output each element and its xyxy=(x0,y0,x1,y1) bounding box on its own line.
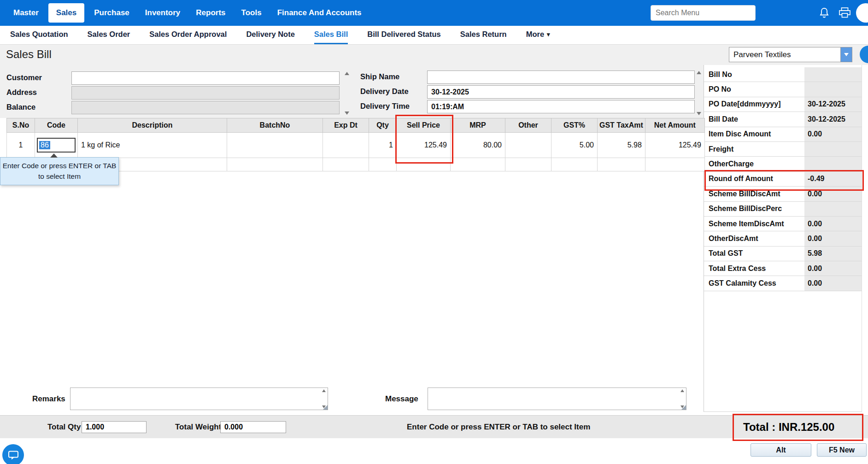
cell-qty[interactable]: 1 xyxy=(369,133,397,158)
summary-value[interactable]: 0.00 xyxy=(804,276,862,290)
summary-label: OtherDiscAmt xyxy=(704,231,804,246)
tab-sales-quotation[interactable]: Sales Quotation xyxy=(10,26,68,44)
cell-sell-price[interactable]: 125.49 xyxy=(397,133,451,158)
delivery-time-input[interactable] xyxy=(427,100,695,113)
cell-batchno[interactable] xyxy=(227,133,323,158)
empty-cell[interactable] xyxy=(323,158,369,171)
delivery-time-label: Delivery Time xyxy=(360,102,410,111)
f5-new-button[interactable]: F5 New xyxy=(817,443,867,457)
code-tooltip: Enter Code or press ENTER or TAB to sele… xyxy=(0,157,119,185)
nav-tools[interactable]: Tools xyxy=(234,0,270,26)
col-batchno: BatchNo xyxy=(227,118,323,133)
scroll-up-icon[interactable] xyxy=(680,389,684,392)
nav-master[interactable]: Master xyxy=(6,0,47,26)
print-icon[interactable] xyxy=(839,7,851,20)
scroll-down-icon[interactable] xyxy=(697,112,701,115)
nav-finance-and-accounts[interactable]: Finance And Accounts xyxy=(270,0,369,26)
tab-sales-order-approval[interactable]: Sales Order Approval xyxy=(149,26,227,44)
message-textarea[interactable] xyxy=(428,388,686,410)
summary-row-scheme-billdiscamt: Scheme BillDiscAmt 0.00 xyxy=(704,187,862,201)
tab-delivery-note[interactable]: Delivery Note xyxy=(246,26,294,44)
delivery-date-label: Delivery Date xyxy=(360,87,409,96)
company-selector[interactable]: Parveen Textiles xyxy=(729,47,852,62)
empty-cell[interactable] xyxy=(505,158,551,171)
summary-value[interactable] xyxy=(804,67,862,82)
tab-sales-return[interactable]: Sales Return xyxy=(460,26,507,44)
summary-row-item-disc-amount: Item Disc Amount 0.00 xyxy=(704,127,862,142)
user-avatar[interactable] xyxy=(856,3,868,23)
empty-cell[interactable] xyxy=(451,158,505,171)
summary-label: PO No xyxy=(704,82,804,96)
tab-sales-bill[interactable]: Sales Bill xyxy=(314,26,348,44)
ship-name-input[interactable] xyxy=(427,70,695,84)
cell-other[interactable] xyxy=(505,133,551,158)
summary-row-total-gst: Total GST 5.98 xyxy=(704,247,862,261)
summary-value[interactable]: -0.49 xyxy=(804,172,862,186)
total-weight-input[interactable] xyxy=(220,421,286,433)
chevron-down-icon[interactable] xyxy=(840,47,852,62)
tab-bill-delivered-status[interactable]: Bill Delivered Status xyxy=(367,26,441,44)
summary-value[interactable] xyxy=(804,142,862,156)
summary-value[interactable] xyxy=(804,202,862,216)
resize-handle-icon[interactable] xyxy=(681,405,686,410)
nav-inventory[interactable]: Inventory xyxy=(137,0,188,26)
nav-reports[interactable]: Reports xyxy=(188,0,233,26)
resize-handle-icon[interactable] xyxy=(323,405,328,410)
alt-button[interactable]: Alt xyxy=(751,443,811,457)
empty-cell[interactable] xyxy=(645,158,704,171)
summary-value[interactable]: 5.98 xyxy=(804,247,862,261)
scroll-down-icon[interactable] xyxy=(345,112,349,115)
summary-value[interactable] xyxy=(804,82,862,96)
empty-cell[interactable] xyxy=(551,158,598,171)
customer-input[interactable] xyxy=(71,71,340,85)
col-gst-taxamt: GST TaxAmt xyxy=(598,118,645,133)
totals-bar: Total Qty Total Weight Enter Code or pre… xyxy=(0,415,868,438)
right-form-scroll xyxy=(696,71,702,115)
scroll-up-icon[interactable] xyxy=(345,72,349,75)
summary-value[interactable]: 0.00 xyxy=(804,187,862,201)
delivery-date-input[interactable] xyxy=(427,85,695,99)
notification-bell-icon[interactable] xyxy=(819,7,829,21)
scroll-up-icon[interactable] xyxy=(697,71,701,74)
cell-net-amount[interactable]: 125.49 xyxy=(645,133,704,158)
total-qty-input[interactable] xyxy=(82,421,147,433)
bill-summary-panel: Bill No PO No PO Date[ddmmyyyy] 30-12-20… xyxy=(704,65,862,412)
scroll-up-icon[interactable] xyxy=(322,389,326,392)
summary-label: OtherCharge xyxy=(704,157,804,171)
address-input[interactable] xyxy=(71,86,340,100)
total-weight-label: Total Weight xyxy=(175,416,221,439)
summary-value[interactable]: 0.00 xyxy=(804,127,862,141)
summary-value[interactable]: 0.00 xyxy=(804,217,862,231)
chat-widget-button[interactable] xyxy=(2,444,24,464)
code-input[interactable]: 86 xyxy=(37,138,76,153)
remarks-textarea[interactable] xyxy=(70,388,328,410)
summary-value[interactable]: 0.00 xyxy=(804,231,862,246)
summary-label: Scheme BillDiscAmt xyxy=(704,187,804,201)
summary-label: Bill No xyxy=(704,67,804,82)
col-other: Other xyxy=(505,118,551,133)
col-sno: S.No xyxy=(7,118,35,133)
cell-mrp[interactable]: 80.00 xyxy=(451,133,505,158)
sales-sub-nav: Sales Quotation Sales Order Sales Order … xyxy=(0,26,868,45)
nav-sales[interactable]: Sales xyxy=(48,3,84,23)
summary-value[interactable] xyxy=(804,157,862,171)
summary-row-round-off-amount: Round off Amount -0.49 xyxy=(704,172,862,187)
cell-gst-taxamt[interactable]: 5.98 xyxy=(598,133,645,158)
cell-gst-percent[interactable]: 5.00 xyxy=(551,133,598,158)
summary-label: GST Calamity Cess xyxy=(704,276,804,290)
help-icon[interactable] xyxy=(860,46,868,63)
tab-sales-order[interactable]: Sales Order xyxy=(88,26,130,44)
cell-description[interactable]: 1 kg of Rice xyxy=(78,133,227,158)
nav-purchase[interactable]: Purchase xyxy=(86,0,137,26)
empty-cell[interactable] xyxy=(369,158,397,171)
tab-more[interactable]: More xyxy=(526,26,550,44)
empty-cell[interactable] xyxy=(598,158,645,171)
empty-cell[interactable] xyxy=(397,158,451,171)
search-menu-input[interactable] xyxy=(651,5,756,21)
summary-value[interactable]: 0.00 xyxy=(804,261,862,276)
balance-input[interactable] xyxy=(71,101,340,114)
summary-value[interactable]: 30-12-2025 xyxy=(804,112,862,126)
cell-exp-dt[interactable] xyxy=(323,133,369,158)
summary-value[interactable]: 30-12-2025 xyxy=(804,97,862,112)
empty-cell[interactable] xyxy=(227,158,323,171)
